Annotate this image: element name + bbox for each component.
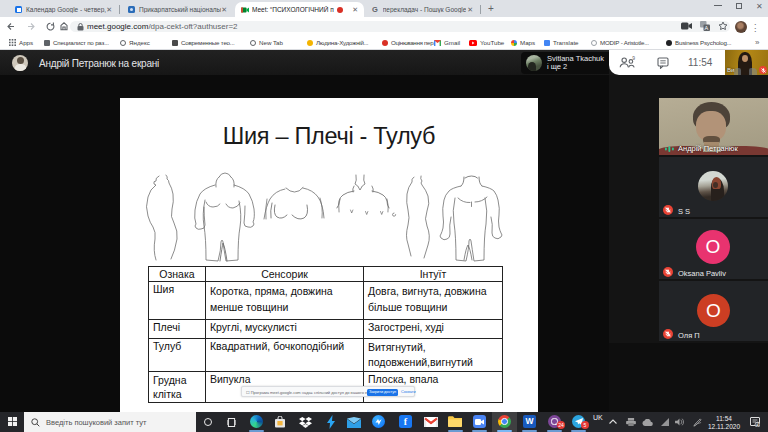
svg-text:9: 9 [632,55,635,61]
svg-text:A: A [704,25,708,31]
